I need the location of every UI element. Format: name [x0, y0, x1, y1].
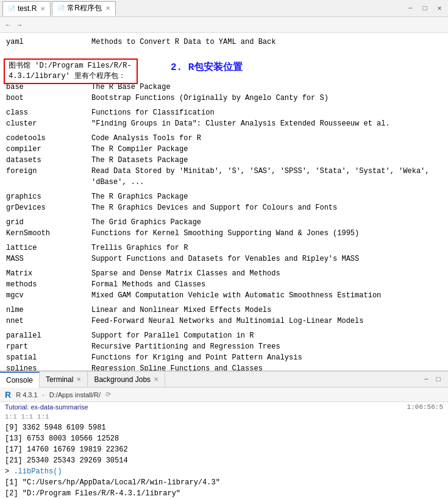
pkg-desc-cell: The Grid Graphics Package — [91, 217, 442, 228]
pkg-desc-cell: Functions for Kriging and Point Pattern … — [91, 352, 442, 363]
library-annotation-box: 图书馆 'D:/Program Files/R/R-4.3.1/library'… — [4, 58, 138, 84]
console-area: Console Terminal ✕ Background Jobs ✕ − □… — [0, 371, 448, 499]
tab-console[interactable]: Console — [0, 372, 40, 388]
pkg-name-cell: MASS — [6, 253, 91, 264]
tab-close-test-r[interactable]: ✕ — [40, 5, 45, 12]
minimize-button[interactable]: − — [404, 2, 416, 15]
list-item: graphicsThe R Graphics Package — [6, 191, 442, 202]
pkg-name-cell: boot — [6, 93, 91, 104]
back-button[interactable]: ← — [4, 20, 13, 30]
pkg-desc-cell: The R Base Package — [91, 82, 442, 93]
pkg-desc-cell: Regression Spline Functions and Classes — [91, 363, 442, 371]
pkg-desc-cell: Functions for Kernel Smoothing Supportin… — [91, 228, 442, 239]
libpath-output-1: [1] "C:/Users/hp/AppData/Local/R/win-lib… — [5, 477, 443, 488]
r-logo: R — [5, 390, 11, 400]
tab-test-r[interactable]: 📄 test.R ✕ — [2, 1, 51, 16]
pkg-desc-cell: Bootstrap Functions (Originally by Angel… — [91, 93, 442, 104]
pkg-name-cell: cluster — [6, 118, 91, 129]
pkg-name-cell: parallel — [6, 330, 91, 341]
file-icon: 📄 — [8, 5, 15, 12]
list-item: grDevicesThe R Graphics Devices and Supp… — [6, 202, 442, 213]
forward-button[interactable]: → — [15, 20, 24, 30]
list-item: mgcvMixed GAM Computation Vehicle with A… — [6, 290, 442, 301]
package-rows: baseThe R Base PackagebootBootstrap Func… — [6, 82, 442, 371]
pkg-name-cell: KernSmooth — [6, 228, 91, 239]
console-minimize[interactable]: − — [420, 373, 432, 386]
list-item: MatrixSparse and Dense Matrix Classes an… — [6, 268, 442, 279]
list-item: cluster"Finding Groups in Data": Cluster… — [6, 118, 442, 129]
list-item: spatialFunctions for Kriging and Point P… — [6, 352, 442, 363]
list-item: compilerThe R Compiler Package — [6, 144, 442, 155]
pkg-desc-cell: Formal Methods and Classes — [91, 279, 442, 290]
pkg-name-cell: datasets — [6, 155, 91, 166]
pkg-desc-cell: Feed-Forward Neural Networks and Multino… — [91, 316, 442, 327]
pkg-name-cell: mgcv — [6, 290, 91, 301]
tab-common-pkg[interactable]: 📄 常R程序包 ✕ — [52, 1, 116, 16]
annotation-text: 图书馆 'D:/Program Files/R/R-4.3.1/library'… — [9, 62, 132, 80]
tab-background-jobs[interactable]: Background Jobs ✕ — [88, 372, 165, 388]
list-item: codetoolsCode Analysis Tools for R — [6, 133, 442, 144]
console-toolbar: R R 4.3.1 · D:/Apps install/R/ ⟳ — [0, 388, 448, 402]
pkg-desc-cell: The R Graphics Devices and Support for C… — [91, 202, 442, 213]
pkg-desc-cell: Mixed GAM Computation Vehicle with Autom… — [91, 290, 442, 301]
window-controls: − □ ✕ — [404, 2, 446, 15]
pkg-desc-cell: Sparse and Dense Matrix Classes and Meth… — [91, 268, 442, 279]
pkg-name-cell: foreign — [6, 166, 91, 188]
list-item: foreignRead Data Stored by 'Minitab', 'S… — [6, 166, 442, 188]
yaml-name: yaml — [6, 37, 91, 48]
console-content[interactable]: Tutorial: ex-data-summarise 1:06:56:5 1:… — [0, 402, 448, 499]
libpath-output-2: [2] "D:/Program Files/R/R-4.3.1/library" — [5, 488, 443, 499]
console-path: D:/Apps install/R/ — [49, 391, 101, 398]
output-line-2: [13] 6753 8003 10566 12528 — [5, 433, 443, 444]
pkg-desc-cell: The R Datasets Package — [91, 155, 442, 166]
pkg-desc-cell: Trellis Graphics for R — [91, 242, 442, 253]
tab-close-common-pkg[interactable]: ✕ — [105, 5, 110, 12]
tab-terminal[interactable]: Terminal ✕ — [40, 372, 88, 388]
output-line-1: [9] 3362 5948 6109 5981 — [5, 422, 443, 433]
pkg-name-cell: splines — [6, 363, 91, 371]
yaml-desc: Methods to Convert R Data to YAML and Ba… — [91, 37, 442, 48]
list-item: datasetsThe R Datasets Package — [6, 155, 442, 166]
pkg-desc-cell: Functions for Classification — [91, 107, 442, 118]
separator: · — [43, 391, 44, 398]
r-version: R 4.3.1 — [16, 391, 37, 398]
tab-label-common-pkg: 常R程序包 — [67, 3, 102, 13]
pkg-name-cell: methods — [6, 279, 91, 290]
pkg-name-cell: rpart — [6, 341, 91, 352]
list-item: splinesRegression Spline Functions and C… — [6, 363, 442, 371]
pkg-name-cell: grDevices — [6, 202, 91, 213]
list-item: nnetFeed-Forward Neural Networks and Mul… — [6, 316, 442, 327]
pkg-name-cell: spatial — [6, 352, 91, 363]
main-content: 图书馆 'D:/Program Files/R/R-4.3.1/library'… — [0, 33, 448, 371]
output-line-0: 1:1 1:1 1:1 — [5, 412, 443, 422]
pkg-name-cell: compiler — [6, 144, 91, 155]
title-bar: 📄 test.R ✕ 📄 常R程序包 ✕ − □ ✕ — [0, 0, 448, 17]
maximize-button[interactable]: □ — [419, 2, 431, 15]
path-icon: ⟳ — [105, 391, 111, 398]
pkg-name-cell: codetools — [6, 133, 91, 144]
list-item: parallelSupport for Parallel Computation… — [6, 330, 442, 341]
prompt1: > .libPaths() — [5, 466, 443, 477]
tutorial-line: Tutorial: ex-data-summarise 1:06:56:5 — [5, 403, 443, 412]
output-line-3: [17] 14760 16769 19819 22362 — [5, 444, 443, 455]
tab-background-jobs-close[interactable]: ✕ — [154, 376, 158, 383]
pkg-desc-cell: Code Analysis Tools for R — [91, 133, 442, 144]
pkg-name-cell: graphics — [6, 191, 91, 202]
console-window-controls: − □ — [420, 373, 448, 386]
pkg-name-cell: nnet — [6, 316, 91, 327]
pkg-name-cell: nlme — [6, 305, 91, 316]
toolbar: ← → — [0, 17, 448, 33]
pkg-desc-cell: Recursive Partitioning and Regression Tr… — [91, 341, 442, 352]
yaml-row: yaml Methods to Convert R Data to YAML a… — [6, 37, 442, 48]
tab-terminal-close[interactable]: ✕ — [76, 376, 81, 383]
list-item: nlmeLinear and Nonlinear Mixed Effects M… — [6, 305, 442, 316]
tab-label-test-r: test.R — [18, 4, 37, 13]
pkg-name-cell: class — [6, 107, 91, 118]
pkg-name-cell: Matrix — [6, 268, 91, 279]
close-button[interactable]: ✕ — [433, 2, 446, 15]
pkg-name-cell: lattice — [6, 242, 91, 253]
list-item: rpartRecursive Partitioning and Regressi… — [6, 341, 442, 352]
pkg-desc-cell: The R Graphics Package — [91, 191, 442, 202]
pkg-desc-cell: "Finding Groups in Data": Cluster Analys… — [91, 118, 442, 129]
console-maximize[interactable]: □ — [432, 373, 444, 386]
